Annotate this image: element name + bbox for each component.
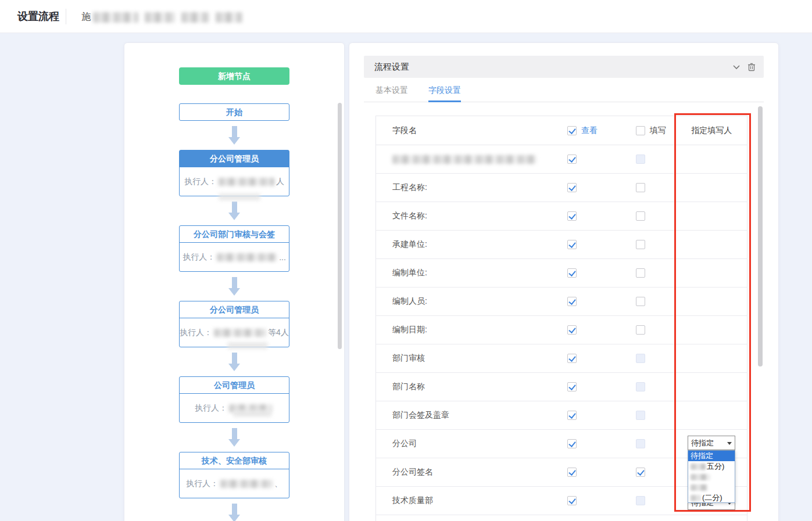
dropdown-option[interactable]: (二分) bbox=[688, 493, 735, 503]
assign-cell bbox=[676, 174, 747, 202]
table-row: 编制人员: bbox=[376, 288, 747, 316]
workflow-node[interactable]: 技术、安全部审核执行人：、 bbox=[179, 452, 289, 498]
view-all-checkbox[interactable] bbox=[567, 126, 577, 135]
view-checkbox[interactable] bbox=[567, 268, 577, 278]
view-checkbox[interactable] bbox=[567, 468, 577, 477]
fill-checkbox bbox=[636, 154, 645, 164]
assign-writer-select[interactable]: 待指定 bbox=[688, 436, 735, 450]
arrow-down-icon bbox=[179, 423, 289, 452]
blurred-text bbox=[691, 463, 706, 470]
table-row: 编制日期: bbox=[376, 316, 747, 344]
column-header-view: 查看 bbox=[544, 116, 613, 145]
view-checkbox[interactable] bbox=[567, 325, 577, 335]
fill-cell bbox=[613, 487, 677, 515]
select-caret-icon bbox=[727, 442, 732, 445]
blurred-text bbox=[217, 253, 277, 261]
fill-label: 填写 bbox=[650, 125, 666, 136]
table-row: 工程名称: bbox=[376, 174, 747, 202]
column-header-field: 字段名 bbox=[376, 116, 544, 145]
view-cell bbox=[544, 316, 613, 344]
fill-checkbox[interactable] bbox=[636, 268, 645, 278]
field-name: 编制单位: bbox=[376, 259, 544, 287]
view-cell bbox=[544, 373, 613, 401]
table-row: 部门审核 bbox=[376, 344, 747, 373]
executor-suffix: 、 bbox=[274, 479, 282, 489]
fill-checkbox[interactable] bbox=[636, 211, 645, 221]
view-checkbox[interactable] bbox=[567, 354, 577, 363]
field-name: 分公司签名 bbox=[376, 458, 544, 486]
executor-suffix: 等4人 bbox=[268, 328, 289, 338]
view-checkbox[interactable] bbox=[567, 382, 577, 391]
view-cell bbox=[544, 231, 613, 258]
start-node[interactable]: 开始 bbox=[179, 103, 289, 121]
view-checkbox[interactable] bbox=[567, 183, 577, 192]
flow-panel-scrollbar[interactable] bbox=[338, 103, 342, 349]
view-link[interactable]: 查看 bbox=[581, 125, 598, 136]
field-name: 编制日期: bbox=[376, 316, 544, 344]
assign-cell bbox=[676, 344, 747, 372]
assign-cell bbox=[676, 373, 747, 401]
fill-checkbox bbox=[636, 496, 645, 505]
workflow-node[interactable]: 分公司管理员执行人：等4人 bbox=[179, 301, 289, 347]
dropdown-option[interactable]: 待指定 bbox=[688, 451, 735, 461]
executor-label: 执行人： bbox=[186, 479, 219, 489]
tab-basic-settings[interactable]: 基本设置 bbox=[375, 78, 408, 102]
fill-cell bbox=[613, 259, 677, 287]
table-row: 文件名称: bbox=[376, 202, 747, 231]
fill-checkbox[interactable] bbox=[636, 240, 645, 249]
view-checkbox[interactable] bbox=[567, 154, 577, 164]
fill-cell bbox=[613, 202, 677, 230]
chevron-down-icon[interactable] bbox=[731, 62, 742, 72]
fill-cell bbox=[613, 373, 677, 401]
workflow-name: 施 bbox=[81, 0, 249, 33]
trash-icon[interactable] bbox=[746, 62, 757, 72]
fill-checkbox[interactable] bbox=[636, 468, 645, 477]
blurred-text bbox=[392, 155, 536, 164]
field-name: 分公司 bbox=[376, 430, 544, 458]
table-row bbox=[376, 145, 747, 174]
fill-all-checkbox[interactable] bbox=[636, 126, 645, 135]
view-cell bbox=[544, 344, 613, 372]
blurred-text bbox=[93, 12, 138, 23]
node-title: 公司管理员 bbox=[180, 377, 289, 394]
table-row: 部门会签及盖章 bbox=[376, 401, 747, 430]
top-header-bar: 设置流程 施 bbox=[0, 0, 812, 33]
blurred-text bbox=[691, 484, 708, 491]
fill-checkbox bbox=[636, 411, 645, 420]
view-checkbox[interactable] bbox=[567, 439, 577, 448]
fill-cell bbox=[613, 231, 677, 258]
dropdown-option[interactable] bbox=[688, 482, 735, 493]
arrow-down-icon bbox=[179, 498, 289, 521]
table-row: 承建单位: bbox=[376, 231, 747, 259]
add-node-button[interactable]: 新增节点 bbox=[179, 67, 289, 85]
view-checkbox[interactable] bbox=[567, 496, 577, 505]
option-text: 待指定 bbox=[691, 451, 713, 460]
dropdown-option[interactable] bbox=[688, 472, 735, 482]
tab-field-settings[interactable]: 字段设置 bbox=[428, 78, 461, 102]
blurred-text bbox=[181, 12, 209, 23]
fill-cell bbox=[613, 430, 677, 458]
blurred-text bbox=[216, 12, 242, 23]
fill-checkbox[interactable] bbox=[636, 325, 645, 335]
assign-select-value: 待指定 bbox=[691, 439, 714, 447]
view-checkbox[interactable] bbox=[567, 240, 577, 249]
view-checkbox[interactable] bbox=[567, 211, 577, 221]
fill-checkbox bbox=[636, 354, 645, 363]
view-cell bbox=[544, 202, 613, 230]
workflow-node[interactable]: 分公司部门审核与会签执行人：... bbox=[179, 225, 289, 272]
arrow-down-icon bbox=[179, 347, 289, 376]
view-checkbox[interactable] bbox=[567, 297, 577, 306]
fill-checkbox[interactable] bbox=[636, 297, 645, 306]
node-title: 分公司管理员 bbox=[180, 301, 289, 318]
executor-suffix: ... bbox=[279, 253, 286, 262]
fill-cell bbox=[613, 316, 677, 344]
dropdown-option[interactable]: 五分) bbox=[688, 461, 735, 472]
fill-checkbox[interactable] bbox=[636, 183, 645, 192]
workflow-name-prefix: 施 bbox=[81, 12, 91, 21]
table-row: 部门名称 bbox=[376, 373, 747, 401]
view-checkbox[interactable] bbox=[567, 411, 577, 420]
blurred-text bbox=[214, 329, 266, 337]
view-cell bbox=[544, 259, 613, 287]
settings-panel-scrollbar[interactable] bbox=[758, 106, 763, 367]
workflow-node[interactable]: 分公司管理员执行人：人 bbox=[179, 150, 289, 196]
